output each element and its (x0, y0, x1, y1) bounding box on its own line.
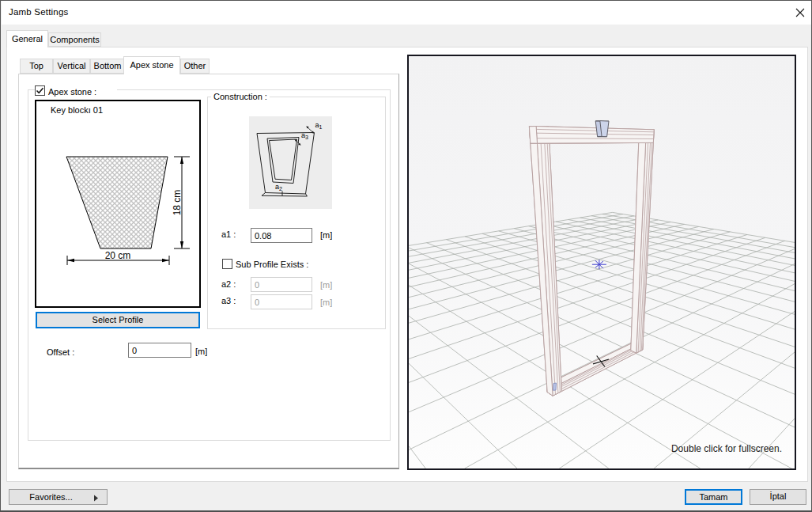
svg-text:a2: a2 (275, 183, 282, 192)
svg-text:18 cm: 18 cm (172, 190, 183, 216)
svg-text:a1: a1 (315, 121, 323, 130)
svg-text:20 cm: 20 cm (105, 250, 131, 261)
